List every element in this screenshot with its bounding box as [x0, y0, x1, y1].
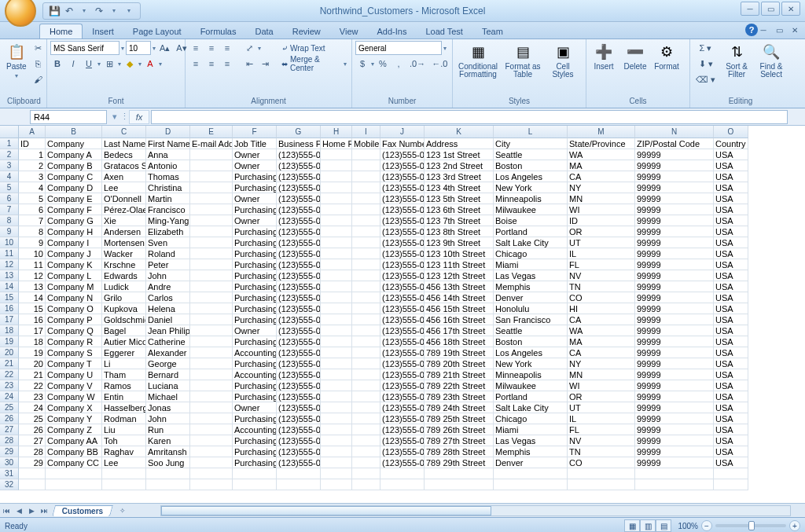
cell[interactable]: [321, 314, 352, 325]
insert-cells-button[interactable]: ➕ Insert: [590, 41, 618, 72]
cell[interactable]: TN: [568, 446, 635, 457]
cell[interactable]: 99999: [635, 193, 714, 204]
cell[interactable]: [190, 281, 233, 292]
cell[interactable]: 99999: [635, 281, 714, 292]
cell[interactable]: 10: [19, 248, 46, 259]
cell[interactable]: USA: [714, 171, 748, 182]
cell[interactable]: 28: [19, 446, 46, 457]
cell[interactable]: Bedecs: [102, 149, 146, 160]
cell[interactable]: 99999: [635, 149, 714, 160]
cell[interactable]: Company L: [46, 270, 102, 281]
row-header-11[interactable]: 11: [0, 248, 19, 259]
tab-prev-icon[interactable]: ◀: [13, 504, 25, 517]
cell[interactable]: [233, 468, 277, 479]
cell[interactable]: USA: [714, 204, 748, 215]
increase-decimal-icon[interactable]: .0→: [407, 57, 428, 71]
table-row[interactable]: 3Company CAxenThomasPurchasing(123)555-0…: [19, 171, 805, 182]
cell[interactable]: 456 16th Street: [425, 314, 494, 325]
cell[interactable]: Karen: [146, 435, 190, 446]
row-header-27[interactable]: 27: [0, 424, 19, 435]
normal-view-icon[interactable]: ▦: [624, 519, 640, 532]
cell[interactable]: New York: [494, 182, 568, 193]
save-icon[interactable]: 💾: [48, 5, 61, 17]
cell[interactable]: (123)555-0: [380, 215, 425, 226]
table-row[interactable]: 6Company FPérez-OlaetaFranciscoPurchasin…: [19, 204, 805, 215]
cell[interactable]: CA: [568, 347, 635, 358]
row-header-24[interactable]: 24: [0, 391, 19, 402]
cell[interactable]: (123)555-0: [380, 435, 425, 446]
cell[interactable]: O'Donnell: [102, 193, 146, 204]
cell[interactable]: (123)555-0: [380, 314, 425, 325]
cell[interactable]: Ramos: [102, 380, 146, 391]
cell[interactable]: 99999: [635, 457, 714, 468]
cell[interactable]: [380, 468, 425, 479]
cell[interactable]: [190, 468, 233, 479]
cell[interactable]: Home Phone: [321, 138, 352, 149]
cell[interactable]: USA: [714, 325, 748, 336]
cell[interactable]: Bagel: [102, 325, 146, 336]
zoom-in-button[interactable]: +: [789, 520, 800, 531]
cell[interactable]: 99999: [635, 336, 714, 347]
cell[interactable]: Purchasing: [233, 413, 277, 424]
formula-bar[interactable]: [151, 110, 788, 124]
cell[interactable]: 789 26th Street: [425, 424, 494, 435]
cell[interactable]: [321, 248, 352, 259]
cell[interactable]: Jean Philippe: [146, 325, 190, 336]
conditional-formatting-button[interactable]: ▦ Conditional Formatting: [456, 41, 500, 80]
cell[interactable]: Address: [425, 138, 494, 149]
cell[interactable]: UT: [568, 237, 635, 248]
cell[interactable]: [352, 336, 380, 347]
cell[interactable]: [321, 446, 352, 457]
cell[interactable]: 99999: [635, 171, 714, 182]
cell[interactable]: 22: [19, 380, 46, 391]
row-header-8[interactable]: 8: [0, 215, 19, 226]
cell[interactable]: Roland: [146, 248, 190, 259]
cell[interactable]: (123)555-0100: [277, 380, 321, 391]
cell[interactable]: Lee: [102, 457, 146, 468]
cell[interactable]: USA: [714, 270, 748, 281]
cell[interactable]: (123)555-0100: [277, 281, 321, 292]
cell[interactable]: USA: [714, 237, 748, 248]
cell[interactable]: [190, 424, 233, 435]
cell[interactable]: Company K: [46, 259, 102, 270]
cell[interactable]: Company S: [46, 347, 102, 358]
cell[interactable]: (123)555-0: [380, 237, 425, 248]
cell[interactable]: MN: [568, 369, 635, 380]
cell[interactable]: [352, 424, 380, 435]
row-header-32[interactable]: 32: [0, 479, 19, 490]
cell[interactable]: 99999: [635, 182, 714, 193]
cell[interactable]: Accounting: [233, 424, 277, 435]
cell[interactable]: (123)555-0100: [277, 215, 321, 226]
cell[interactable]: [321, 160, 352, 171]
cell[interactable]: Purchasing: [233, 457, 277, 468]
cell[interactable]: Los Angeles: [494, 171, 568, 182]
tab-page-layout[interactable]: Page Layout: [123, 24, 191, 39]
cell[interactable]: [321, 468, 352, 479]
cell[interactable]: Company O: [46, 303, 102, 314]
cell[interactable]: [190, 182, 233, 193]
cell[interactable]: [352, 303, 380, 314]
cell[interactable]: [321, 336, 352, 347]
table-row[interactable]: 8Company HAndersenElizabethPurchasing(12…: [19, 226, 805, 237]
cell[interactable]: (123)555-0100: [277, 424, 321, 435]
name-box-expand-icon[interactable]: ⋮: [119, 110, 129, 124]
table-row[interactable]: 26Company ZLiuRunAccounting(123)555-0100…: [19, 424, 805, 435]
fill-icon[interactable]: ⬇ ▾: [693, 57, 718, 71]
align-top-icon[interactable]: ≡: [189, 41, 203, 55]
cell[interactable]: (123)555-0100: [277, 435, 321, 446]
cell[interactable]: (123)555-0: [380, 182, 425, 193]
tab-add-ins[interactable]: Add-Ins: [367, 24, 416, 39]
cell[interactable]: 789 23th Street: [425, 391, 494, 402]
cell[interactable]: UT: [568, 402, 635, 413]
cell[interactable]: John: [146, 270, 190, 281]
cell[interactable]: Purchasing: [233, 259, 277, 270]
cell[interactable]: MN: [568, 193, 635, 204]
font-color-icon[interactable]: A: [143, 57, 157, 71]
cell[interactable]: 99999: [635, 446, 714, 457]
cell[interactable]: [714, 468, 748, 479]
cell[interactable]: ID: [19, 138, 46, 149]
cell[interactable]: [321, 347, 352, 358]
cell[interactable]: [190, 171, 233, 182]
cell[interactable]: WI: [568, 204, 635, 215]
cell[interactable]: [190, 457, 233, 468]
